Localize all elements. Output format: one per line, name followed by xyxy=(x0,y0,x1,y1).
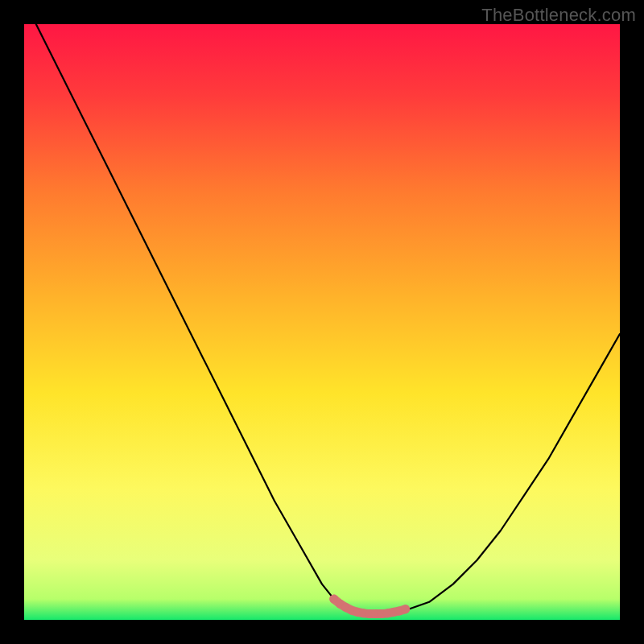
watermark-text: TheBottleneck.com xyxy=(481,5,636,26)
plot-area xyxy=(24,24,620,620)
chart-svg xyxy=(24,24,620,620)
highlight-dot xyxy=(401,605,410,613)
gradient-background xyxy=(24,24,620,620)
chart-frame: TheBottleneck.com xyxy=(0,0,644,644)
